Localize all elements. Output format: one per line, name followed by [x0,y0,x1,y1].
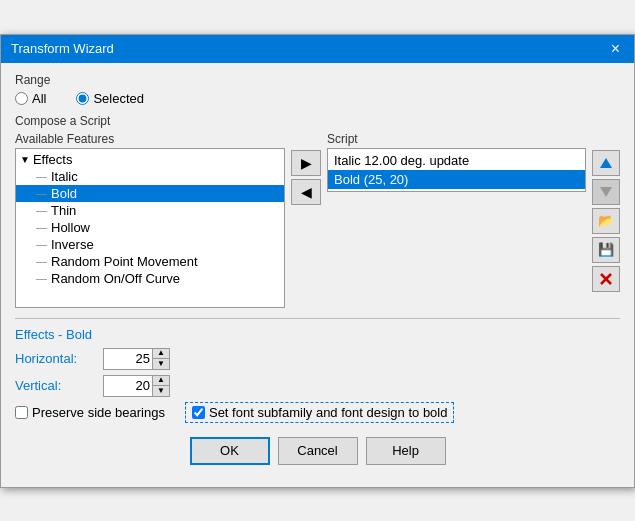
tree-label-random-point: Random Point Movement [51,254,198,269]
tree-box[interactable]: ▼ Effects — Italic — Bold — [15,148,285,308]
tree-connector-italic: — [36,170,47,182]
tree-item-hollow[interactable]: — Hollow [16,219,284,236]
tree-item-random-curve[interactable]: — Random On/Off Curve [16,270,284,287]
tree-item-bold[interactable]: — Bold [16,185,284,202]
vertical-spin-arrows: ▲ ▼ [153,375,170,397]
script-item-italic[interactable]: Italic 12.00 deg. update [328,151,585,170]
horizontal-spin-arrows: ▲ ▼ [153,348,170,370]
middle-buttons: ▶ ◀ [291,132,321,205]
horizontal-row: Horizontal: 25 ▲ ▼ [15,348,620,370]
vertical-row: Vertical: 20 ▲ ▼ [15,375,620,397]
tree-connector-hollow: — [36,221,47,233]
script-item-bold-label: Bold (25, 20) [334,172,408,187]
horizontal-label: Horizontal: [15,351,95,366]
horizontal-input[interactable]: 25 [103,348,153,370]
compose-label: Compose a Script [15,114,620,128]
checkbox-row: Preserve side bearings Set font subfamil… [15,402,620,423]
range-all-label: All [32,91,46,106]
set-font-checkbox[interactable] [192,406,205,419]
set-font-label-text: Set font subfamily and font design to bo… [209,405,448,420]
range-all-option[interactable]: All [15,91,46,106]
svg-marker-1 [600,187,612,197]
tree-toggle-effects: ▼ [20,154,30,165]
delete-icon [599,272,613,286]
delete-script-button[interactable] [592,266,620,292]
range-row: All Selected [15,91,620,106]
tree-connector-random-point: — [36,255,47,267]
range-selected-option[interactable]: Selected [76,91,144,106]
tree-connector-random-curve: — [36,272,47,284]
add-to-script-button[interactable]: ▶ [291,150,321,176]
horizontal-spin-up[interactable]: ▲ [153,349,169,359]
move-down-button[interactable] [592,179,620,205]
tree-item-random-point[interactable]: — Random Point Movement [16,253,284,270]
tree-connector-thin: — [36,204,47,216]
help-button[interactable]: Help [366,437,446,465]
tree-label-thin: Thin [51,203,76,218]
script-item-bold[interactable]: Bold (25, 20) [328,170,585,189]
tree-item-italic[interactable]: — Italic [16,168,284,185]
tree-item-inverse[interactable]: — Inverse [16,236,284,253]
compose-section: Compose a Script Available Features ▼ Ef… [15,114,620,308]
effects-title: Effects - Bold [15,327,620,342]
features-panel: Available Features ▼ Effects — Italic — [15,132,285,308]
preserve-checkbox-label[interactable]: Preserve side bearings [15,405,165,420]
features-label: Available Features [15,132,285,146]
vertical-spinbox[interactable]: 20 ▲ ▼ [103,375,170,397]
transform-wizard-dialog: Transform Wizard × Range All Selected Co… [0,34,635,488]
compose-body: Available Features ▼ Effects — Italic — [15,132,620,308]
script-label: Script [327,132,586,146]
tree-label-inverse: Inverse [51,237,94,252]
tree-label-effects: Effects [33,152,73,167]
range-section: Range All Selected [15,73,620,106]
script-box[interactable]: Italic 12.00 deg. update Bold (25, 20) [327,148,586,192]
tree-label-italic: Italic [51,169,78,184]
tree-connector-bold: — [36,187,47,199]
svg-marker-0 [600,158,612,168]
close-button[interactable]: × [607,41,624,57]
bottom-row: OK Cancel Help [15,437,620,477]
cancel-button[interactable]: Cancel [278,437,358,465]
script-item-italic-label: Italic 12.00 deg. update [334,153,469,168]
tree-connector-inverse: — [36,238,47,250]
ok-button[interactable]: OK [190,437,270,465]
save-icon: 💾 [598,242,614,257]
range-selected-label: Selected [93,91,144,106]
horizontal-spin-down[interactable]: ▼ [153,359,169,369]
up-arrow-icon [599,156,613,170]
dialog-title: Transform Wizard [11,41,114,56]
horizontal-spinbox[interactable]: 25 ▲ ▼ [103,348,170,370]
open-script-button[interactable]: 📂 [592,208,620,234]
preserve-label-text: Preserve side bearings [32,405,165,420]
save-script-button[interactable]: 💾 [592,237,620,263]
title-bar: Transform Wizard × [1,35,634,63]
set-font-checkbox-group[interactable]: Set font subfamily and font design to bo… [185,402,455,423]
vertical-label: Vertical: [15,378,95,393]
tree-item-thin[interactable]: — Thin [16,202,284,219]
remove-from-script-button[interactable]: ◀ [291,179,321,205]
effects-section: Effects - Bold Horizontal: 25 ▲ ▼ Vertic… [15,318,620,423]
range-selected-radio[interactable] [76,92,89,105]
down-arrow-icon [599,185,613,199]
move-up-button[interactable] [592,150,620,176]
vertical-input[interactable]: 20 [103,375,153,397]
tree-label-random-curve: Random On/Off Curve [51,271,180,286]
tree-item-effects[interactable]: ▼ Effects [16,151,284,168]
vertical-spin-down[interactable]: ▼ [153,386,169,396]
side-buttons: 📂 💾 [592,132,620,292]
tree-label-bold: Bold [51,186,77,201]
vertical-spin-up[interactable]: ▲ [153,376,169,386]
range-label: Range [15,73,620,87]
script-panel: Script Italic 12.00 deg. update Bold (25… [327,132,586,192]
preserve-checkbox[interactable] [15,406,28,419]
range-all-radio[interactable] [15,92,28,105]
tree-label-hollow: Hollow [51,220,90,235]
open-folder-icon: 📂 [598,213,614,228]
